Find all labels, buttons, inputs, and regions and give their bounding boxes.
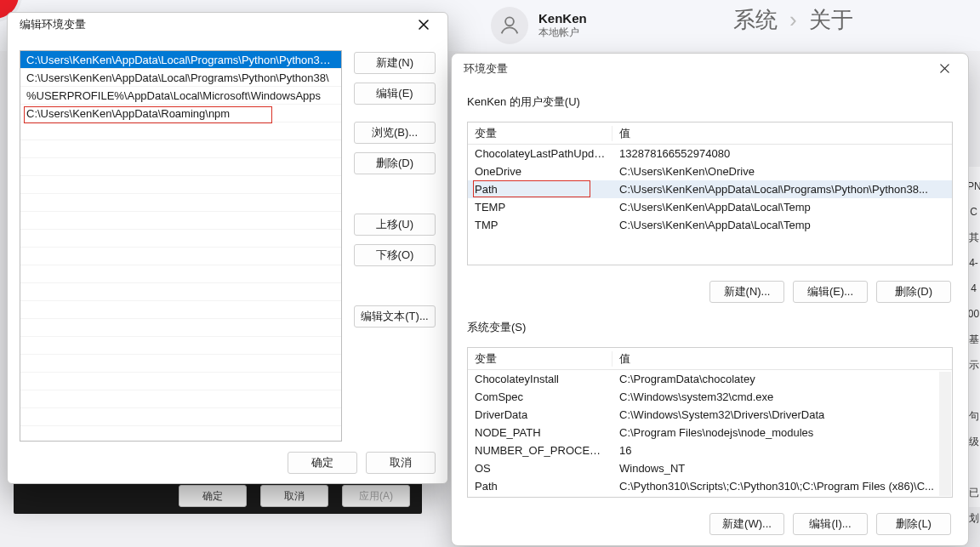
underlying-dialog-buttons: 确定 取消 应用(A) [179,485,410,507]
td-var: OneDrive [468,165,612,178]
user-delete-button[interactable]: 删除(D) [876,281,951,303]
table-row[interactable]: ComSpecC:\Windows\system32\cmd.exe [468,388,952,406]
table-row[interactable]: OSWindows_NT [468,459,952,477]
breadcrumb-current: 关于 [809,5,853,35]
dialog-title: 编辑环境变量 [20,17,86,32]
table-row[interactable]: ChocolateyInstallC:\ProgramData\chocolat… [468,370,952,388]
list-item-empty[interactable] [20,140,341,158]
edit-button[interactable]: 编辑(E) [354,83,436,105]
path-entries-listbox[interactable]: C:\Users\KenKen\AppData\Local\Programs\P… [20,50,342,442]
env-vars-dialog: 环境变量 KenKen 的用户变量(U) 变量 值 ChocolateyLast… [451,53,969,546]
td-val: 132878166552974080 [612,147,952,160]
user-vars-table[interactable]: 变量 值 ChocolateyLastPathUpdate13287816655… [467,122,953,265]
list-item-empty[interactable] [20,426,341,442]
td-val: C:\Program Files\nodejs\node_modules [612,426,952,439]
header-username: KenKen [538,11,587,26]
dialog-title: 环境变量 [464,61,508,77]
list-item-empty[interactable] [20,248,341,265]
td-var: OS [468,462,612,475]
edit-env-var-dialog: 编辑环境变量 C:\Users\KenKen\AppData\Local\Pro… [7,12,448,484]
list-item-empty[interactable] [20,176,341,194]
td-val: C:\Users\KenKen\AppData\Local\Programs\P… [612,183,952,196]
table-row[interactable]: NUMBER_OF_PROCESSORS16 [468,442,952,459]
user-badge: KenKen 本地帐户 [491,7,587,44]
user-new-button[interactable]: 新建(N)... [709,281,784,303]
list-item-empty[interactable] [20,230,341,248]
td-var: Path [468,480,612,493]
delete-button[interactable]: 删除(D) [354,152,436,174]
move-down-button[interactable]: 下移(O) [354,244,436,266]
list-item-empty[interactable] [20,212,341,230]
close-button[interactable] [927,57,961,81]
td-var: ComSpec [468,390,612,403]
list-item[interactable]: C:\Users\KenKen\AppData\Local\Programs\P… [20,51,341,69]
cancel-button[interactable]: 取消 [366,452,436,474]
list-item-empty[interactable] [20,408,341,426]
sys-th-val[interactable]: 值 [612,351,952,367]
table-row[interactable]: ChocolateyLastPathUpdate1328781665529740… [468,145,952,162]
table-row[interactable]: PathC:\Python310\Scripts\;C:\Python310\;… [468,477,952,495]
table-row[interactable]: DriverDataC:\Windows\System32\Drivers\Dr… [468,406,952,424]
ok-button[interactable]: 确定 [288,452,357,474]
user-th-var[interactable]: 变量 [468,126,612,141]
breadcrumb: 系统 › 关于 [733,5,853,35]
list-item[interactable]: %USERPROFILE%\AppData\Local\Microsoft\Wi… [20,87,341,105]
list-item-empty[interactable] [20,355,341,373]
td-var: ChocolateyInstall [468,373,612,385]
list-item-empty[interactable] [20,158,341,176]
td-var: TMP [468,219,612,231]
underlying-apply-button: 应用(A) [342,485,410,507]
td-val: C:\Users\KenKen\AppData\Local\Temp [612,219,952,231]
sys-th-var[interactable]: 变量 [468,351,612,367]
list-item-empty[interactable] [20,373,341,390]
sys-delete-button[interactable]: 删除(L) [876,513,951,535]
td-val: C:\ProgramData\chocolatey [612,373,952,385]
list-item[interactable]: C:\Users\KenKen\AppData\Roaming\npm [20,105,341,123]
td-var: NODE_PATH [468,426,612,439]
move-up-button[interactable]: 上移(U) [354,214,436,236]
td-var: Path [468,183,612,196]
list-item-empty[interactable] [20,123,341,140]
list-item-empty[interactable] [20,283,341,301]
list-item-empty[interactable] [20,301,341,319]
svg-point-0 [505,17,514,26]
td-val: Windows_NT [612,462,952,475]
person-icon [498,14,521,37]
user-th-val[interactable]: 值 [612,126,952,141]
td-var: DriverData [468,408,612,421]
sys-vars-table[interactable]: 变量 值 ChocolateyInstallC:\ProgramData\cho… [467,347,953,498]
new-button[interactable]: 新建(N) [354,52,436,74]
td-val: C:\Windows\system32\cmd.exe [612,390,952,403]
list-item-empty[interactable] [20,194,341,212]
table-row[interactable]: OneDriveC:\Users\KenKen\OneDrive [468,162,952,180]
close-button[interactable] [407,13,441,37]
close-icon [939,63,950,74]
chevron-right-icon: › [789,7,797,33]
breadcrumb-parent[interactable]: 系统 [733,5,778,35]
close-icon [418,19,430,31]
table-row[interactable]: TEMPC:\Users\KenKen\AppData\Local\Temp [468,198,952,216]
td-var: NUMBER_OF_PROCESSORS [468,444,612,457]
table-row[interactable]: PathC:\Users\KenKen\AppData\Local\Progra… [468,180,952,198]
td-val: C:\Windows\System32\Drivers\DriverData [612,408,952,421]
table-row[interactable]: TMPC:\Users\KenKen\AppData\Local\Temp [468,216,952,234]
td-val: C:\Users\KenKen\OneDrive [612,165,952,178]
scrollbar[interactable] [939,372,951,496]
list-item-empty[interactable] [20,390,341,408]
edit-text-button[interactable]: 编辑文本(T)... [354,305,436,328]
avatar [491,7,528,44]
underlying-ok-button[interactable]: 确定 [179,485,247,507]
user-vars-label: KenKen 的用户变量(U) [467,94,953,110]
sys-new-button[interactable]: 新建(W)... [709,513,784,535]
sys-edit-button[interactable]: 编辑(I)... [793,513,868,535]
list-item-empty[interactable] [20,265,341,283]
browse-button[interactable]: 浏览(B)... [354,122,436,144]
underlying-cancel-button[interactable]: 取消 [260,485,328,507]
td-var: TEMP [468,201,612,214]
table-row[interactable]: NODE_PATHC:\Program Files\nodejs\node_mo… [468,424,952,442]
list-item-empty[interactable] [20,337,341,355]
user-edit-button[interactable]: 编辑(E)... [793,281,868,303]
list-item-empty[interactable] [20,319,341,337]
td-val: C:\Users\KenKen\AppData\Local\Temp [612,201,952,214]
list-item[interactable]: C:\Users\KenKen\AppData\Local\Programs\P… [20,69,341,87]
